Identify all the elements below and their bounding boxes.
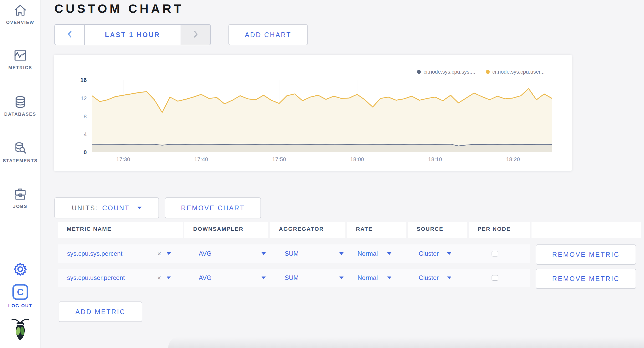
sidebar-item-label: METRICS [0,65,40,70]
chevron-down-icon [339,277,344,279]
legend-dot-sys [417,70,421,74]
chevron-down-icon [447,252,451,255]
chevron-down-icon [447,277,451,279]
col-header-actions [531,222,641,238]
briefcase-icon [14,197,27,202]
svg-text:17:40: 17:40 [194,156,208,162]
sidebar-item-label: STATEMENTS [0,158,40,163]
remove-metric-button[interactable]: REMOVE METRIC [536,244,636,265]
sidebar: OVERVIEW METRICS DATABASES [0,0,40,348]
rate-dropdown[interactable]: Normal [357,244,391,263]
legend-entry[interactable]: cr.node.sys.cpu.user... [486,69,545,75]
units-dropdown[interactable]: UNITS: COUNT [54,197,159,218]
chevron-down-icon [167,252,171,255]
svg-text:17:50: 17:50 [272,156,286,162]
cockroach-bug-icon [11,338,30,343]
per-node-checkbox[interactable] [492,251,498,257]
units-label: UNITS: [72,204,98,212]
metric-name-value[interactable]: sys.cpu.sys.percent [67,244,122,263]
col-header-source: SOURCE [408,222,467,238]
svg-text:0: 0 [84,149,87,156]
units-value: COUNT [102,204,130,212]
chart-card: cr.node.sys.cpu.sys.... cr.node.sys.cpu.… [54,55,572,171]
sidebar-item-label: OVERVIEW [0,20,40,25]
clear-metric-icon[interactable]: × [157,269,161,287]
metric-name-value[interactable]: sys.cpu.user.percent [67,269,125,287]
bottom-scroll-shadow [168,337,644,348]
col-header-aggregator: AGGREGATOR [270,222,345,238]
svg-text:8: 8 [84,113,87,119]
svg-text:12: 12 [81,95,87,101]
remove-chart-button[interactable]: REMOVE CHART [165,197,261,218]
time-range-label[interactable]: LAST 1 HOUR [85,25,181,45]
home-icon [14,13,27,18]
svg-text:C: C [17,287,23,297]
chevron-down-icon [387,277,391,279]
add-chart-button[interactable]: ADD CHART [228,24,308,45]
chevron-down-icon [167,277,171,279]
remove-metric-button[interactable]: REMOVE METRIC [536,269,636,289]
source-dropdown[interactable]: Cluster [419,244,451,263]
sidebar-item-overview[interactable]: OVERVIEW [0,4,40,25]
chart-legend: cr.node.sys.cpu.sys.... cr.node.sys.cpu.… [417,69,545,75]
legend-label: cr.node.sys.cpu.user... [492,69,545,75]
chevron-right-icon [193,30,199,39]
chevron-down-icon [387,252,391,255]
cockroach-bug-logo [0,317,40,343]
legend-entry[interactable]: cr.node.sys.cpu.sys.... [417,69,475,75]
chevron-down-icon [137,207,142,209]
gear-icon [13,272,27,277]
sidebar-item-metrics[interactable]: METRICS [0,49,40,70]
settings-button[interactable] [0,262,40,277]
table-row: sys.cpu.sys.percent × AVG SUM Normal Clu… [58,244,530,263]
chevron-down-icon [262,277,266,279]
sidebar-item-label: JOBS [0,204,40,209]
chevron-down-icon [262,252,266,255]
aggregator-dropdown[interactable]: SUM [285,244,344,263]
cockroach-c-icon: C [12,296,28,301]
legend-label: cr.node.sys.cpu.sys.... [423,69,475,75]
clear-metric-icon[interactable]: × [157,244,161,263]
database-search-icon [14,151,27,156]
page-title: CUSTOM CHART [54,2,184,16]
metric-name-dropdown[interactable] [167,269,171,287]
col-header-per-node: PER NODE [469,222,530,238]
time-range-next-button[interactable] [181,25,210,45]
svg-text:18:00: 18:00 [350,156,364,162]
metric-name-dropdown[interactable] [167,244,171,263]
svg-text:18:10: 18:10 [428,156,442,162]
legend-dot-user [486,70,490,74]
metrics-graph-icon [14,58,27,63]
chevron-down-icon [339,252,344,255]
rate-dropdown[interactable]: Normal [357,269,391,287]
custom-chart-page: OVERVIEW METRICS DATABASES [0,0,644,348]
sidebar-item-statements[interactable]: STATEMENTS [0,142,40,163]
source-dropdown[interactable]: Cluster [419,269,451,287]
svg-text:16: 16 [80,77,87,83]
col-header-rate: RATE [347,222,406,238]
sidebar-item-databases[interactable]: DATABASES [0,95,40,117]
downsampler-dropdown[interactable]: AVG [199,269,266,287]
aggregator-dropdown[interactable]: SUM [285,269,344,287]
svg-text:17:30: 17:30 [116,156,130,162]
col-header-metric-name: METRIC NAME [58,222,183,238]
time-range-selector: LAST 1 HOUR [54,24,211,45]
per-node-checkbox[interactable] [492,275,498,281]
time-range-prev-button[interactable] [55,25,85,45]
logout-label: LOG OUT [0,303,40,309]
chevron-left-icon [67,30,73,39]
downsampler-dropdown[interactable]: AVG [199,244,266,263]
svg-text:4: 4 [84,131,87,137]
database-icon [14,105,27,109]
add-metric-button[interactable]: ADD METRIC [59,301,142,322]
sidebar-item-jobs[interactable]: JOBS [0,188,40,209]
sidebar-item-label: DATABASES [0,112,40,117]
logout-button[interactable]: C LOG OUT [0,284,40,309]
col-header-downsampler: DOWNSAMPLER [184,222,268,238]
table-row: sys.cpu.user.percent × AVG SUM Normal Cl… [58,269,530,287]
svg-text:18:20: 18:20 [506,156,520,162]
